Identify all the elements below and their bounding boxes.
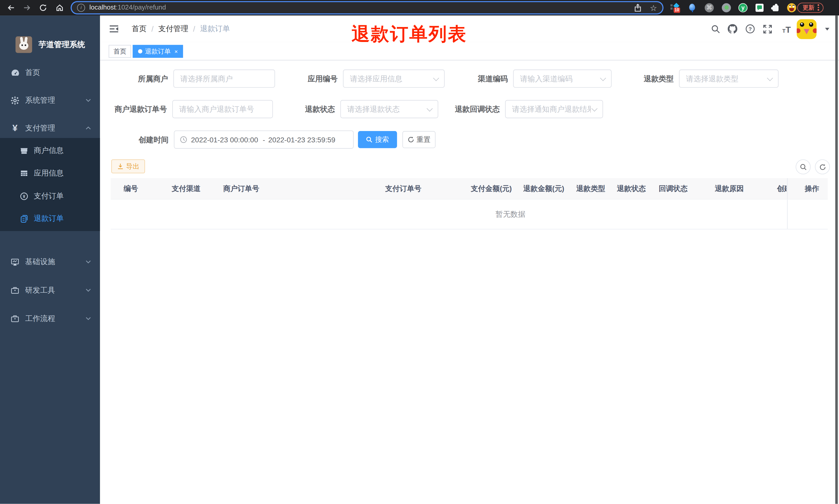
font-size-icon[interactable]: TT [782, 24, 791, 34]
export-button-label: 导出 [126, 162, 139, 171]
dashboard-icon [10, 68, 20, 77]
reset-button[interactable]: 重置 [403, 131, 436, 148]
avatar[interactable] [797, 19, 817, 39]
tag-refund-order[interactable]: 退款订单 × [132, 45, 183, 58]
github-icon[interactable] [728, 24, 737, 34]
create-time-range-picker[interactable]: 2022-01-23 00:00:00 - 2022-01-23 23:59:5… [174, 130, 354, 149]
sidebar-item-label: 支付订单 [34, 191, 64, 201]
tag-close-icon[interactable]: × [174, 46, 178, 57]
fullscreen-icon[interactable] [763, 24, 772, 34]
sidebar-item-label: 应用信息 [34, 168, 64, 178]
search-button[interactable]: 搜索 [358, 131, 397, 148]
help-icon[interactable]: ? [745, 24, 755, 34]
extension-dot-icon[interactable] [722, 3, 731, 12]
callback-status-select[interactable] [505, 100, 603, 119]
font-size-big-label: T [786, 26, 791, 34]
sidebar-logo[interactable]: 芋道管理系统 [0, 35, 100, 54]
chevron-down-icon [591, 106, 598, 112]
callback-status-input[interactable] [512, 105, 590, 113]
sidebar-item-pay-order[interactable]: ¥ 支付订单 [0, 184, 100, 208]
sidebar-item-home[interactable]: 首页 [0, 59, 100, 86]
sidebar-item-workflow[interactable]: 工作流程 [0, 305, 100, 332]
date-end-value[interactable]: 2022-01-23 23:59:59 [268, 136, 337, 144]
yen-circle-icon: ¥ [20, 192, 28, 200]
sidebar: 芋道管理系统 首页 系统管理 ¥ 支付管理 [0, 15, 100, 504]
document-copy-icon [20, 214, 28, 223]
show-search-toggle-button[interactable] [796, 159, 811, 174]
browser-menu-dots-icon [818, 4, 819, 11]
main-panel: 退款订单列表 首页 / 支付管理 / 退款订单 [100, 15, 839, 504]
tag-home[interactable]: 首页 [109, 45, 131, 58]
export-button[interactable]: 导出 [111, 159, 145, 173]
refund-status-input[interactable] [347, 105, 431, 113]
sidebar-item-merchant-info[interactable]: 商户信息 [0, 139, 100, 162]
browser-toolbar: i localhost :1024/pay/refund ☆ 10 ⌘ [0, 0, 839, 15]
filter-label-channel-code: 渠道编码 [428, 70, 508, 88]
bookmark-star-icon[interactable]: ☆ [650, 4, 657, 12]
chevron-down-icon [86, 317, 90, 322]
refresh-icon [819, 163, 826, 170]
column-header: 退款状态 [617, 178, 646, 199]
breadcrumb: 首页 / 支付管理 / 退款订单 [131, 15, 230, 42]
briefcase-icon [10, 286, 20, 295]
chevron-up-icon [86, 126, 90, 131]
browser-home-button[interactable] [55, 3, 64, 12]
page-info-icon[interactable]: i [77, 4, 85, 12]
search-button-label: 搜索 [375, 135, 389, 144]
sidebar-item-app-info[interactable]: 应用信息 [0, 161, 100, 184]
avatar-caret-down-icon[interactable] [825, 28, 829, 30]
breadcrumb-current: 退款订单 [200, 24, 230, 34]
extension-diamond-icon[interactable]: 10 [670, 3, 680, 12]
active-dot-icon [138, 49, 142, 54]
refund-type-input[interactable] [686, 74, 771, 83]
filter-label-merchant: 所属商户 [100, 70, 168, 88]
browser-reload-button[interactable] [39, 3, 48, 12]
sidebar-item-infrastructure[interactable]: 基础设施 [0, 249, 100, 275]
breadcrumb-home[interactable]: 首页 [131, 24, 146, 34]
profile-emoji-icon[interactable] [787, 3, 797, 12]
extensions-puzzle-icon[interactable] [771, 3, 781, 12]
extension-command-icon[interactable]: ⌘ [704, 3, 714, 12]
sidebar-collapse-icon[interactable] [110, 25, 118, 33]
refresh-icon [407, 137, 414, 143]
sidebar-item-label: 商户信息 [34, 146, 64, 155]
sidebar-item-refund-order[interactable]: 退款订单 [0, 207, 100, 230]
browser-back-button[interactable] [6, 3, 15, 12]
merchant-refund-no-input[interactable] [179, 105, 266, 113]
empty-data-text: 暂无数据 [457, 210, 564, 219]
column-header: 操作 [805, 178, 819, 199]
empty-row-border [111, 229, 828, 229]
column-header: 退款金额(元) [523, 178, 564, 199]
briefcase-icon [10, 314, 20, 324]
browser-update-menu-button[interactable]: 更新 [797, 2, 823, 12]
extension-balloon-icon[interactable] [688, 3, 697, 12]
date-start-value[interactable]: 2022-01-23 00:00:00 [191, 136, 260, 144]
refund-type-select[interactable] [679, 70, 779, 88]
url-bar[interactable]: i localhost :1024/pay/refund ☆ [72, 2, 662, 13]
shop-icon [20, 146, 28, 155]
url-host: localhost [89, 4, 116, 11]
refresh-table-button[interactable] [815, 159, 830, 174]
sidebar-item-dev-tools[interactable]: 研发工具 [0, 277, 100, 304]
sidebar-item-label: 系统管理 [25, 96, 55, 105]
extension-chat-icon[interactable] [755, 3, 765, 12]
share-icon[interactable] [634, 4, 641, 12]
merchant-input[interactable] [180, 74, 268, 83]
window-scrollbar[interactable] [835, 15, 838, 504]
filter-label-refund-status: 退款状态 [255, 100, 335, 119]
gear-icon [10, 96, 20, 105]
page-content: 所属商户 应用编号 渠道编码 退款类型 [100, 60, 839, 504]
sidebar-item-payment[interactable]: ¥ 支付管理 [0, 115, 100, 142]
breadcrumb-payment[interactable]: 支付管理 [158, 24, 188, 34]
sidebar-item-system[interactable]: 系统管理 [0, 87, 100, 114]
sidebar-item-label: 基础设施 [25, 257, 55, 267]
app-no-input[interactable] [350, 74, 438, 83]
search-icon [366, 137, 372, 143]
header-search-icon[interactable] [711, 24, 720, 34]
channel-code-input[interactable] [520, 74, 605, 83]
search-icon [800, 163, 806, 170]
browser-forward-button[interactable] [22, 3, 31, 12]
url-path: :1024/pay/refund [116, 4, 166, 11]
extension-y-icon[interactable]: y [738, 3, 748, 12]
sidebar-item-label: 工作流程 [25, 314, 55, 324]
